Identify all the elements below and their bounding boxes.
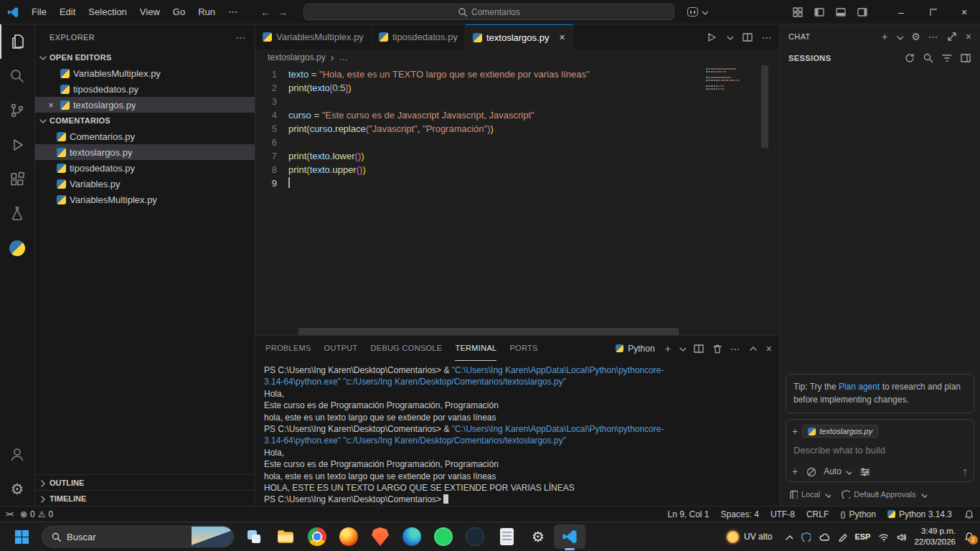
- code-editor[interactable]: 1texto = "Hola, este es un TEXTO largo q…: [255, 65, 779, 335]
- split-terminal-icon[interactable]: [693, 343, 705, 354]
- panel-tab-ports[interactable]: PORTS: [509, 336, 537, 361]
- attached-file-chip[interactable]: textoslargos.py: [802, 425, 878, 438]
- horizontal-scrollbar[interactable]: [298, 328, 700, 335]
- chat-input-placeholder[interactable]: Describe what to build: [792, 444, 968, 458]
- filter-icon[interactable]: [941, 52, 953, 64]
- menu-selection[interactable]: Selection: [82, 0, 133, 24]
- status-ln-9-col-1[interactable]: Ln 9, Col 1: [667, 509, 709, 519]
- activity-extensions[interactable]: [0, 162, 34, 197]
- show-hidden-icons-chevron[interactable]: [784, 532, 793, 541]
- command-center-search[interactable]: Comentarios: [303, 4, 674, 20]
- settings-button[interactable]: ⚙: [0, 471, 34, 506]
- run-options-chevron-icon[interactable]: [725, 33, 733, 41]
- menu-file[interactable]: File: [25, 0, 53, 24]
- search-highlight-image[interactable]: [192, 527, 233, 547]
- panel-tab-terminal[interactable]: TERMINAL: [455, 336, 496, 361]
- panel-tab-output[interactable]: OUTPUT: [324, 336, 358, 361]
- menu-edit[interactable]: Edit: [53, 0, 82, 24]
- file-item[interactable]: Variables.py: [35, 176, 255, 192]
- menu-go[interactable]: Go: [166, 0, 192, 24]
- menu-more-icon[interactable]: ⋯: [222, 0, 244, 24]
- clock[interactable]: 3:49 p.m. 22/03/2026: [914, 526, 956, 547]
- whatsapp-button[interactable]: [428, 522, 459, 551]
- open-editor-item[interactable]: VariablesMultiplex.py: [35, 65, 255, 81]
- keyboard-language[interactable]: ESP: [854, 532, 870, 541]
- file-item[interactable]: Comentarios.py: [35, 128, 255, 144]
- local-selector[interactable]: Local: [788, 489, 831, 499]
- breadcrumb-file[interactable]: textoslargos.py: [268, 52, 326, 62]
- new-terminal-icon[interactable]: +: [665, 344, 671, 354]
- security-shield-icon[interactable]: [801, 532, 811, 542]
- file-explorer-button[interactable]: [270, 522, 301, 551]
- activity-search[interactable]: [0, 59, 34, 93]
- settings-button-taskbar[interactable]: ⚙: [522, 522, 554, 551]
- editor-more-actions-icon[interactable]: ⋯: [762, 32, 772, 42]
- firefox-button[interactable]: [333, 522, 364, 551]
- chat-settings-gear-icon[interactable]: ⚙: [911, 32, 920, 42]
- send-icon[interactable]: ↑: [963, 465, 969, 477]
- status-utf-8[interactable]: UTF-8: [771, 509, 795, 519]
- maximize-button[interactable]: [917, 0, 948, 24]
- weather-widget[interactable]: UV alto: [722, 531, 776, 543]
- search-sessions-icon[interactable]: [923, 52, 934, 64]
- activity-source-control[interactable]: [0, 93, 34, 128]
- close-chat-icon[interactable]: ×: [966, 32, 971, 42]
- sessions-layout-icon[interactable]: [960, 52, 971, 64]
- problems-indicator[interactable]: ⊗ 0 ⚠ 0: [20, 509, 53, 519]
- plan-agent-link[interactable]: Plan agent: [839, 382, 880, 392]
- file-item[interactable]: VariablesMultiplex.py: [35, 192, 255, 207]
- breadcrumb-symbol[interactable]: …: [339, 52, 347, 62]
- back-icon[interactable]: ←: [260, 7, 270, 17]
- breadcrumb[interactable]: textoslargos.py › …: [255, 50, 779, 65]
- task-view-button[interactable]: [238, 522, 270, 551]
- open-editor-item[interactable]: tiposdedatos.py: [35, 81, 255, 97]
- attach-icon[interactable]: +: [792, 466, 798, 476]
- forward-icon[interactable]: →: [278, 7, 288, 17]
- maximize-panel-icon[interactable]: [748, 343, 759, 354]
- vertical-scrollbar[interactable]: [760, 65, 769, 335]
- remote-indicator-icon[interactable]: ><: [6, 510, 13, 518]
- editor-tab[interactable]: tiposdedatos.py: [372, 24, 466, 50]
- terminal-profiles-chevron-icon[interactable]: [678, 344, 686, 352]
- pen-icon[interactable]: [837, 532, 847, 542]
- minimize-button[interactable]: –: [885, 0, 917, 24]
- account-button[interactable]: [0, 437, 34, 471]
- terminal-instance[interactable]: Python: [616, 344, 654, 354]
- file-item[interactable]: textoslargos.py: [35, 144, 255, 160]
- menu-view[interactable]: View: [133, 0, 166, 24]
- open-editor-item[interactable]: ×textoslargos.py: [35, 97, 255, 113]
- chrome-button[interactable]: [301, 522, 333, 551]
- close-window-button[interactable]: ×: [948, 0, 980, 24]
- new-chat-chevron-icon[interactable]: [895, 33, 903, 41]
- activity-explorer[interactable]: [0, 24, 34, 59]
- chat-input-box[interactable]: + textoslargos.py Describe what to build…: [786, 419, 974, 482]
- chat-more-actions-icon[interactable]: ⋯: [928, 32, 938, 42]
- activity-run-debug[interactable]: [0, 128, 34, 162]
- timeline-section[interactable]: TIMELINE: [35, 490, 255, 506]
- vscode-taskbar-button[interactable]: [554, 524, 585, 549]
- add-context-icon[interactable]: +: [792, 426, 798, 436]
- kill-terminal-trash-icon[interactable]: [712, 343, 723, 354]
- split-editor-icon[interactable]: [742, 32, 753, 43]
- open-chat-editor-icon[interactable]: [946, 31, 958, 42]
- close-tab-icon[interactable]: ×: [559, 32, 565, 43]
- status-spaces-4[interactable]: Spaces: 4: [721, 509, 759, 519]
- start-button[interactable]: [6, 522, 37, 551]
- mode-selector[interactable]: Auto: [824, 466, 852, 476]
- toggle-secondary-sidebar-icon[interactable]: [857, 6, 868, 18]
- refresh-icon[interactable]: [904, 52, 915, 64]
- status-python[interactable]: {}Python: [840, 509, 876, 519]
- panel-tab-problems[interactable]: PROBLEMS: [265, 336, 311, 361]
- activity-python-extension[interactable]: [0, 231, 34, 265]
- notepad-button[interactable]: [491, 522, 522, 551]
- minimap[interactable]: [706, 68, 758, 94]
- wifi-icon[interactable]: [878, 532, 888, 542]
- notifications-bell-icon[interactable]: [963, 509, 973, 519]
- model-settings-sliders-icon[interactable]: [859, 466, 870, 476]
- panel-more-actions-icon[interactable]: ⋯: [730, 344, 740, 354]
- outline-section[interactable]: OUTLINE: [35, 474, 255, 490]
- status-crlf[interactable]: CRLF: [806, 509, 829, 519]
- app-dark-button[interactable]: [459, 522, 491, 551]
- customize-layout-icon[interactable]: [792, 6, 804, 18]
- toggle-panel-icon[interactable]: [835, 6, 847, 18]
